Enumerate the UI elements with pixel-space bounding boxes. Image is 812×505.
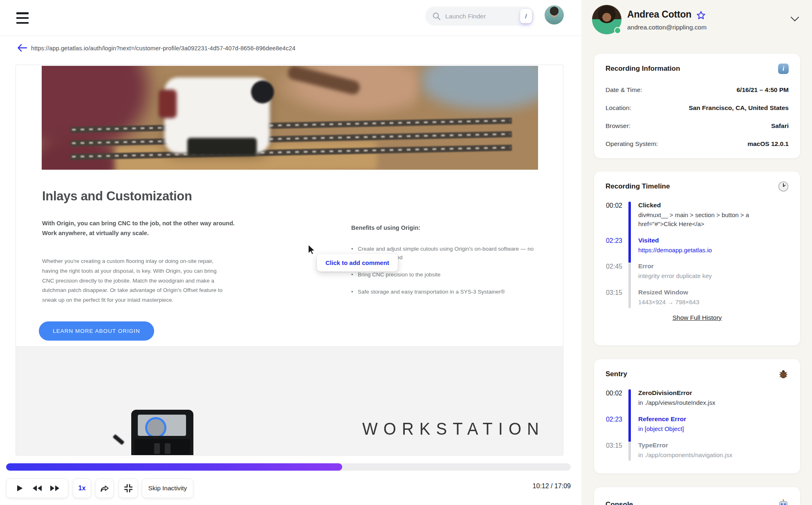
console-card: Console: [594, 487, 801, 505]
timeline-event[interactable]: 02:23 Visited https://demoapp.getatlas.i…: [606, 237, 789, 263]
recording-timeline-card: Recording Timeline 00:02 Clicked div#nux…: [594, 171, 801, 346]
bug-icon: [778, 369, 789, 379]
workstation-logo: WORKSTATION: [339, 419, 563, 439]
learn-more-button[interactable]: LEARN MORE ABOUT ORIGIN: [39, 321, 154, 341]
sentry-event[interactable]: 03:15 TypeError in ./app/components/navi…: [606, 442, 789, 461]
playback-progress-fill: [6, 463, 342, 471]
online-status-dot: [614, 27, 621, 34]
info-row-os: Operating System: macOS 12.0.1: [606, 140, 789, 148]
collapse-view-button[interactable]: [119, 478, 138, 498]
session-replay-app: / https://app.getatlas.io/auth/login?nex…: [0, 0, 812, 505]
add-comment-tooltip: Click to add comment: [317, 254, 398, 272]
sentry-card: Sentry 00:02 ZeroDivisionEr: [594, 359, 801, 474]
main-area: / https://app.getatlas.io/auth/login?nex…: [0, 0, 581, 505]
share-arrow-icon: [99, 484, 110, 493]
search-input[interactable]: [445, 13, 520, 20]
rewind-button[interactable]: [29, 480, 45, 496]
user-name: Andrea Cotton: [627, 9, 691, 20]
benefit-item: Safe storage and easy transportation in …: [351, 288, 534, 296]
search-icon: [432, 12, 441, 21]
body-paragraph: Whether you're creating a custom floorin…: [42, 256, 227, 305]
back-button[interactable]: [16, 43, 28, 53]
timeline-event[interactable]: 02:45 Error integrity error duplicate ke…: [606, 263, 789, 289]
timeline-event[interactable]: 00:02 Clicked div#nuxt__ > main > sectio…: [606, 202, 789, 237]
back-arrow-icon: [16, 43, 28, 53]
details-sidebar: Andrea Cotton andrea.cotton@rippling.com…: [581, 0, 812, 505]
benefit-item: Bring CNC precision to the jobsite: [351, 271, 534, 279]
playback-time: 10:12 / 17:09: [482, 483, 571, 490]
search-box[interactable]: /: [425, 7, 535, 26]
skip-inactivity-button[interactable]: Skip Inactivity: [142, 478, 193, 498]
clock-icon: [778, 181, 789, 192]
playback-speed-button[interactable]: 1x: [73, 478, 91, 498]
top-bar: /: [0, 0, 581, 36]
sentry-title: Sentry: [606, 370, 627, 378]
playback-progress-bar[interactable]: [6, 463, 571, 471]
recording-information-card: Recording Information Date & Time: 6/16/…: [594, 53, 801, 159]
info-icon: [778, 63, 789, 74]
transport-controls: [6, 478, 68, 498]
search-shortcut-badge: /: [520, 9, 532, 23]
replay-url: https://app.getatlas.io/auth/login?next=…: [31, 45, 296, 52]
share-button[interactable]: [95, 478, 114, 498]
robot-icon: [778, 499, 789, 505]
product-device-image: [131, 410, 193, 456]
info-row-date-time: Date & Time: 6/16/21 – 4:50 PM: [606, 86, 789, 94]
star-icon[interactable]: [696, 11, 706, 20]
collapse-icon: [123, 483, 134, 494]
recording-information-title: Recording Information: [606, 65, 680, 73]
hamburger-menu-icon[interactable]: [16, 12, 29, 24]
info-row-browser: Browser: Safari: [606, 122, 789, 130]
visited-url-link[interactable]: https://demoapp.getatlas.io: [638, 246, 789, 255]
intro-paragraph: With Origin, you can bring CNC to the jo…: [42, 219, 243, 238]
product-section: WORKSTATION: [16, 346, 563, 456]
replay-viewport[interactable]: Inlays and Customization With Origin, yo…: [16, 65, 563, 456]
hero-photo: [42, 66, 538, 170]
cursor-icon: [307, 244, 318, 256]
play-button[interactable]: [12, 480, 27, 496]
benefits-title: Benefits of using Origin:: [351, 224, 420, 231]
timeline-event[interactable]: 03:15 Resized Window 1443×924 → 798×643: [606, 289, 789, 308]
chevron-down-icon[interactable]: [789, 16, 801, 23]
recording-timeline-title: Recording Timeline: [606, 182, 670, 191]
topbar-avatar[interactable]: [545, 5, 564, 25]
user-email: andrea.cotton@rippling.com: [627, 24, 707, 31]
sentry-event[interactable]: 02:23 Reference Error in [object Object]: [606, 415, 789, 442]
console-title: Console: [606, 501, 633, 505]
sentry-event[interactable]: 00:02 ZeroDivisionError in ./app/views/r…: [606, 389, 789, 415]
fast-forward-button[interactable]: [47, 480, 63, 496]
show-full-history-link[interactable]: Show Full History: [673, 314, 722, 321]
page-heading: Inlays and Customization: [42, 189, 192, 204]
info-row-location: Location: San Francisco, CA, United Stat…: [606, 104, 789, 112]
